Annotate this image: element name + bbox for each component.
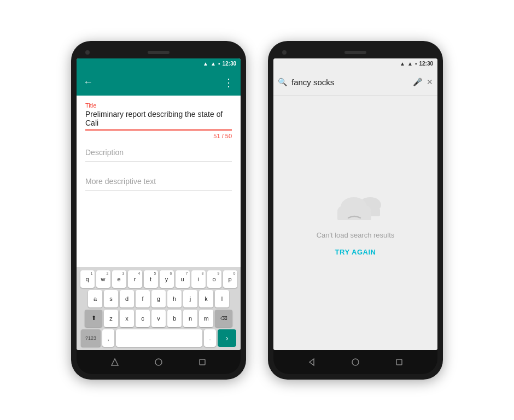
wifi-icon-2: ▲ bbox=[400, 61, 405, 67]
key-j[interactable]: j bbox=[183, 290, 197, 307]
empty-state: Can't load search results TRY AGAIN bbox=[273, 96, 437, 350]
key-a[interactable]: a bbox=[88, 290, 102, 307]
phone-2-screen: ▲ ▲ ▪ 12:30 🔍 fancy socks 🎤 ✕ bbox=[273, 58, 437, 350]
key-z[interactable]: z bbox=[104, 310, 118, 327]
key-g[interactable]: g bbox=[151, 290, 166, 307]
signal-icon-1: ▲ bbox=[211, 61, 216, 67]
front-camera-1 bbox=[85, 50, 90, 55]
key-period[interactable]: . bbox=[204, 329, 216, 347]
title-input[interactable]: Preliminary report describing the state … bbox=[85, 110, 232, 131]
nav-back-1[interactable] bbox=[109, 357, 120, 368]
menu-button-1[interactable]: ⋮ bbox=[223, 76, 234, 89]
key-n[interactable]: n bbox=[183, 310, 197, 327]
key-row-3: ⬆ z x c v b n m ⌫ bbox=[79, 310, 238, 327]
key-row-1: 1q 2w 3e 4r 5t 6y 7u 8i 9o 0p bbox=[79, 270, 238, 288]
svg-marker-0 bbox=[112, 359, 118, 365]
key-m[interactable]: m bbox=[199, 310, 213, 327]
more-text-field[interactable]: More descriptive text bbox=[85, 168, 232, 191]
nav-home-2[interactable] bbox=[350, 357, 361, 368]
key-x[interactable]: x bbox=[120, 310, 134, 327]
key-r[interactable]: 4r bbox=[128, 270, 142, 288]
mic-icon[interactable]: 🎤 bbox=[413, 78, 422, 86]
cloud-icon bbox=[331, 190, 380, 222]
back-button-1[interactable]: ← bbox=[83, 76, 93, 88]
key-123[interactable]: ?123 bbox=[81, 329, 101, 347]
svg-marker-10 bbox=[309, 359, 314, 365]
phone-1-top bbox=[77, 46, 241, 58]
keyboard: 1q 2w 3e 4r 5t 6y 7u 8i 9o 0p a s d f bbox=[77, 267, 241, 350]
error-message: Can't load search results bbox=[317, 231, 395, 239]
phone-1-nav bbox=[77, 350, 241, 374]
form-area: Title Preliminary report describing the … bbox=[77, 96, 241, 267]
battery-icon-2: ▪ bbox=[415, 61, 417, 67]
key-row-2: a s d f g h j k l bbox=[79, 290, 238, 307]
key-comma[interactable]: , bbox=[102, 329, 114, 347]
phone-1-screen: ▲ ▲ ▪ 12:30 ← ⋮ Title Preliminary report… bbox=[77, 58, 241, 350]
key-k[interactable]: k bbox=[199, 290, 213, 307]
key-d[interactable]: d bbox=[120, 290, 134, 307]
svg-rect-2 bbox=[200, 359, 205, 365]
phone-2-nav bbox=[273, 350, 437, 374]
phone-2-top bbox=[273, 46, 437, 58]
phone-2: ▲ ▲ ▪ 12:30 🔍 fancy socks 🎤 ✕ bbox=[268, 41, 443, 380]
key-t[interactable]: 5t bbox=[144, 270, 158, 288]
nav-back-2[interactable] bbox=[306, 357, 317, 368]
search-query[interactable]: fancy socks bbox=[291, 78, 408, 87]
key-e[interactable]: 3e bbox=[112, 270, 126, 288]
svg-point-11 bbox=[352, 359, 359, 365]
app-bar-1: ← ⋮ bbox=[77, 69, 241, 96]
nav-recents-1[interactable] bbox=[197, 357, 208, 368]
key-o[interactable]: 9o bbox=[207, 270, 221, 288]
key-space[interactable] bbox=[116, 329, 202, 347]
key-i[interactable]: 8i bbox=[191, 270, 206, 288]
key-h[interactable]: h bbox=[167, 290, 182, 307]
search-icon: 🔍 bbox=[278, 78, 287, 86]
time-2: 12:30 bbox=[419, 61, 433, 67]
speaker-2 bbox=[344, 51, 366, 54]
try-again-button[interactable]: TRY AGAIN bbox=[335, 248, 376, 256]
key-go[interactable]: › bbox=[218, 329, 236, 347]
front-camera-2 bbox=[282, 50, 287, 55]
key-p[interactable]: 0p bbox=[223, 270, 237, 288]
svg-rect-12 bbox=[396, 359, 402, 365]
battery-icon-1: ▪ bbox=[218, 61, 220, 67]
description-field[interactable]: Description bbox=[85, 139, 232, 162]
speaker-1 bbox=[148, 51, 170, 54]
key-l[interactable]: l bbox=[215, 290, 229, 307]
close-icon[interactable]: ✕ bbox=[427, 78, 433, 86]
key-shift[interactable]: ⬆ bbox=[85, 310, 102, 327]
status-bar-2: ▲ ▲ ▪ 12:30 bbox=[273, 58, 437, 69]
phone-1: ▲ ▲ ▪ 12:30 ← ⋮ Title Preliminary report… bbox=[71, 41, 246, 380]
title-label: Title bbox=[85, 102, 232, 109]
time-1: 12:30 bbox=[222, 61, 236, 67]
key-y[interactable]: 6y bbox=[160, 270, 174, 288]
key-b[interactable]: b bbox=[167, 310, 182, 327]
key-backspace[interactable]: ⌫ bbox=[215, 310, 232, 327]
wifi-icon-1: ▲ bbox=[203, 61, 208, 67]
key-u[interactable]: 7u bbox=[176, 270, 190, 288]
key-f[interactable]: f bbox=[136, 290, 150, 307]
key-c[interactable]: c bbox=[136, 310, 150, 327]
search-bar: 🔍 fancy socks 🎤 ✕ bbox=[273, 69, 437, 96]
key-s[interactable]: s bbox=[104, 290, 118, 307]
char-count: 51 / 50 bbox=[85, 133, 232, 139]
nav-recents-2[interactable] bbox=[394, 357, 405, 368]
scene: ▲ ▲ ▪ 12:30 ← ⋮ Title Preliminary report… bbox=[0, 0, 514, 420]
nav-home-1[interactable] bbox=[153, 357, 164, 368]
key-v[interactable]: v bbox=[151, 310, 166, 327]
key-row-bottom: ?123 , . › bbox=[79, 329, 238, 347]
key-q[interactable]: 1q bbox=[80, 270, 95, 288]
status-bar-1: ▲ ▲ ▪ 12:30 bbox=[77, 58, 241, 69]
key-w[interactable]: 2w bbox=[96, 270, 110, 288]
svg-point-1 bbox=[155, 359, 162, 365]
signal-icon-2: ▲ bbox=[407, 61, 413, 67]
